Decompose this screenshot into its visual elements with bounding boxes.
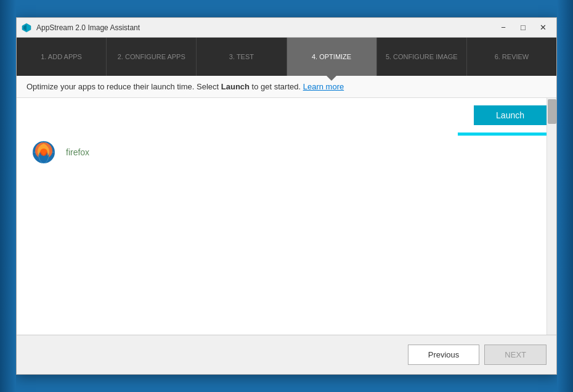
scrollbar-thumb[interactable]: [548, 99, 556, 124]
scrollbar-track[interactable]: [547, 98, 556, 335]
info-text: Optimize your apps to reduce their launc…: [26, 82, 344, 91]
svg-point-5: [40, 149, 47, 156]
step-configure-apps[interactable]: 2. CONFIGURE APPS: [107, 38, 197, 76]
title-bar-controls: − □ ✕: [495, 22, 551, 34]
step-optimize[interactable]: 4. OPTIMIZE: [287, 38, 377, 76]
app-icon: [22, 23, 31, 33]
close-button[interactable]: ✕: [534, 22, 551, 34]
firefox-icon: [31, 140, 56, 165]
main-content: Launch firefox: [17, 98, 556, 335]
step-add-apps[interactable]: 1. ADD APPS: [17, 38, 107, 76]
info-bar: Optimize your apps to reduce their launc…: [17, 76, 556, 98]
title-bar: AppStream 2.0 Image Assistant − □ ✕: [17, 18, 556, 38]
step-review[interactable]: 6. REVIEW: [467, 38, 556, 76]
learn-more-link[interactable]: Learn more: [303, 82, 344, 91]
title-bar-text: AppStream 2.0 Image Assistant: [36, 23, 495, 32]
launch-button[interactable]: Launch: [474, 105, 547, 125]
footer: Previous NEXT: [17, 335, 556, 374]
previous-button[interactable]: Previous: [408, 345, 480, 365]
app-window: AppStream 2.0 Image Assistant − □ ✕ 1. A…: [16, 17, 557, 375]
step-configure-image[interactable]: 5. CONFIGURE IMAGE: [377, 38, 467, 76]
maximize-button[interactable]: □: [514, 22, 532, 34]
steps-nav: 1. ADD APPS 2. CONFIGURE APPS 3. TEST 4.…: [17, 38, 556, 76]
app-list: firefox: [17, 130, 556, 174]
bg-decor-left: [0, 0, 16, 392]
app-name: firefox: [66, 147, 89, 157]
list-item: firefox: [31, 140, 542, 165]
step-test[interactable]: 3. TEST: [197, 38, 286, 76]
progress-bar: [458, 133, 556, 136]
launch-area: Launch: [17, 98, 556, 130]
minimize-button[interactable]: −: [495, 22, 512, 34]
bg-decor-right: [557, 0, 573, 392]
next-button: NEXT: [484, 345, 547, 365]
